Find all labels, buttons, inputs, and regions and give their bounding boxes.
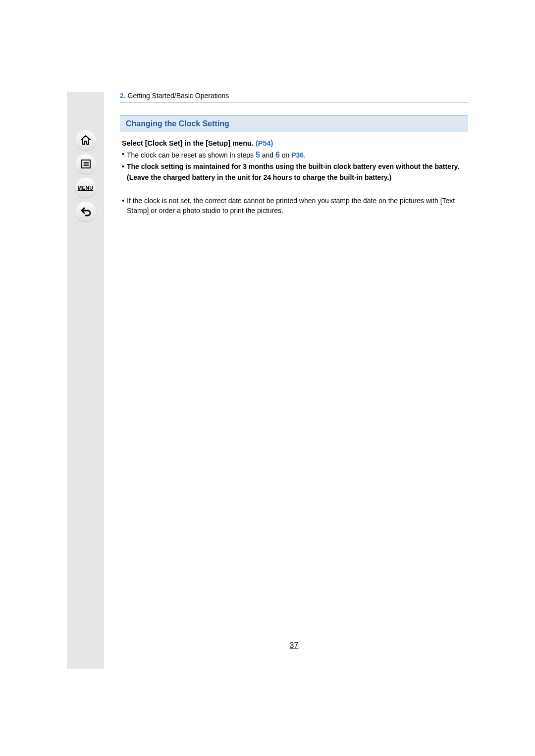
- step-6: 6: [275, 151, 280, 159]
- section-title: Changing the Clock Setting: [126, 119, 462, 128]
- note-list: If the clock is not set, the correct dat…: [120, 196, 468, 216]
- nav-home-button[interactable]: [75, 130, 96, 150]
- page-link-p36[interactable]: P36: [291, 151, 304, 159]
- chapter-header: 2. Getting Started/Basic Operations: [120, 92, 468, 103]
- note-1: If the clock is not set, the correct dat…: [122, 196, 468, 216]
- nav-back-button[interactable]: [75, 202, 96, 221]
- chapter-title: Getting Started/Basic Operations: [128, 92, 229, 100]
- list-icon: [80, 158, 92, 170]
- nav-toc-button[interactable]: [75, 154, 96, 174]
- section-title-bar: Changing the Clock Setting: [120, 115, 468, 132]
- bullet-2-continue: (Leave the charged battery in the unit f…: [120, 172, 468, 182]
- step-5: 5: [256, 151, 260, 159]
- main-content: 2. Getting Started/Basic Operations Chan…: [104, 92, 468, 669]
- chapter-number: 2.: [120, 92, 126, 100]
- menu-label: MENU: [78, 185, 93, 191]
- instruction-text: Select [Clock Set] in the [Setup] menu.: [122, 139, 256, 147]
- nav-menu-button[interactable]: MENU: [75, 178, 96, 198]
- page-link-p54[interactable]: (P54): [256, 139, 273, 147]
- bullet-1: The clock can be reset as shown in steps…: [122, 149, 468, 161]
- bullet-2: The clock setting is maintained for 3 mo…: [122, 162, 468, 171]
- instruction-line: Select [Clock Set] in the [Setup] menu. …: [120, 139, 468, 147]
- page-number: 37: [120, 641, 468, 650]
- home-icon: [80, 134, 92, 146]
- bullet-list-primary: The clock can be reset as shown in steps…: [120, 149, 468, 171]
- sidebar-nav: MENU: [67, 92, 104, 669]
- back-arrow-icon: [80, 206, 92, 217]
